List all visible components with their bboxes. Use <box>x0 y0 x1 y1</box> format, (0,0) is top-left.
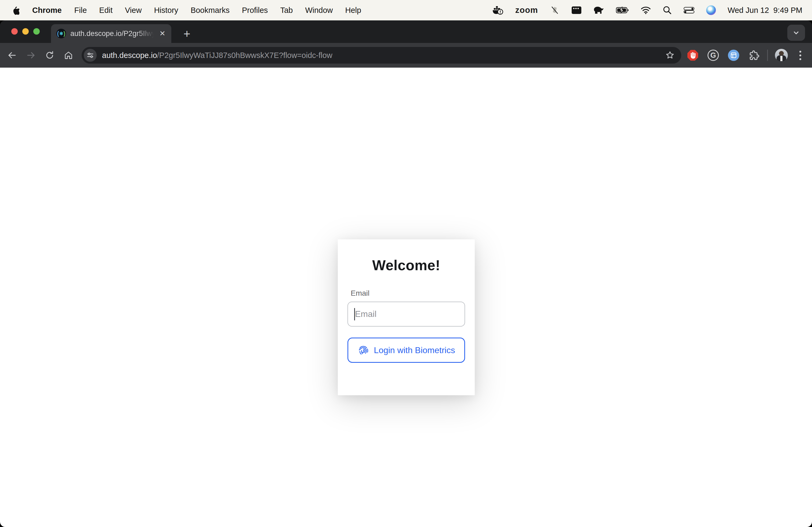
zoom-menu-item[interactable]: zoom <box>515 5 538 15</box>
menu-item-tab[interactable]: Tab <box>274 6 299 15</box>
url-text[interactable]: auth.descope.io/P2gr5IlwyWaTiJJ87s0hBwws… <box>102 51 663 60</box>
menu-item-file[interactable]: File <box>68 6 93 15</box>
forward-icon <box>26 50 36 60</box>
apple-icon <box>11 5 19 15</box>
back-button[interactable] <box>3 46 21 65</box>
spotlight-search-icon[interactable] <box>663 6 672 15</box>
login-button-label: Login with Biometrics <box>374 345 455 355</box>
email-input[interactable] <box>347 302 465 327</box>
menu-bar-status: zoom <box>492 5 802 15</box>
menu-item-edit[interactable]: Edit <box>93 6 119 15</box>
login-biometrics-button[interactable]: Login with Biometrics <box>347 337 465 363</box>
macos-menu-bar: Chrome File Edit View History Bookmarks … <box>0 0 812 20</box>
url-domain: auth.descope.io <box>102 51 157 60</box>
menu-item-bookmarks[interactable]: Bookmarks <box>185 6 236 15</box>
menu-bar-clock[interactable]: Wed Jun 12 9:49 PM <box>728 6 802 15</box>
address-bar[interactable]: auth.descope.io/P2gr5IlwyWaTiJJ87s0hBwws… <box>82 47 681 64</box>
extensions-menu-button[interactable] <box>748 49 760 61</box>
zoom-window-button[interactable] <box>33 28 40 35</box>
adblock-icon <box>687 50 698 61</box>
chrome-window: (✱) auth.descope.io/P2gr5IlwyWa ✕ + <box>0 20 812 527</box>
menu-kebab-icon <box>799 58 801 60</box>
menu-kebab-icon <box>799 51 801 52</box>
home-icon <box>64 50 73 60</box>
keyboard-window-icon[interactable] <box>571 6 582 14</box>
blue-extension-button[interactable] <box>727 49 740 61</box>
page-content: Welcome! Email <box>0 67 812 527</box>
site-settings-button[interactable] <box>84 49 97 62</box>
back-icon <box>7 50 17 60</box>
muted-app-icon[interactable] <box>550 5 560 15</box>
control-center-icon[interactable] <box>684 6 694 14</box>
chevron-down-icon <box>792 29 800 37</box>
bookmark-star-icon <box>665 50 675 60</box>
browser-toolbar: auth.descope.io/P2gr5IlwyWaTiJJ87s0hBwws… <box>0 43 812 67</box>
tab-strip: (✱) auth.descope.io/P2gr5IlwyWa ✕ + <box>0 20 812 43</box>
siri-icon[interactable] <box>706 5 716 15</box>
text-caret <box>354 308 355 320</box>
tab-search-button[interactable] <box>787 25 805 41</box>
descope-favicon: (✱) <box>56 29 66 39</box>
reload-icon <box>45 50 55 60</box>
menu-item-history[interactable]: History <box>148 6 185 15</box>
menu-item-help[interactable]: Help <box>339 6 367 15</box>
home-button[interactable] <box>59 46 78 65</box>
menu-item-view[interactable]: View <box>119 6 148 15</box>
mammoth-icon[interactable] <box>593 6 604 15</box>
welcome-heading: Welcome! <box>347 257 465 273</box>
menu-item-profiles[interactable]: Profiles <box>236 6 274 15</box>
blue-extension-icon <box>728 50 739 61</box>
active-tab[interactable]: (✱) auth.descope.io/P2gr5IlwyWa ✕ <box>51 24 171 43</box>
apple-menu[interactable] <box>10 5 26 15</box>
grammarly-icon: G <box>708 50 719 61</box>
bookmark-button[interactable] <box>663 48 677 62</box>
grammarly-extension-button[interactable]: G <box>707 49 719 61</box>
menu-item-chrome[interactable]: Chrome <box>26 6 68 15</box>
new-tab-button[interactable]: + <box>179 26 194 41</box>
menu-bar-left: Chrome File Edit View History Bookmarks … <box>10 5 367 15</box>
adblock-extension-button[interactable] <box>686 49 699 61</box>
toolbar-divider <box>767 50 768 61</box>
traffic-lights <box>11 28 40 35</box>
extensions-area: G <box>686 49 760 61</box>
extensions-puzzle-icon <box>748 50 760 61</box>
profile-avatar[interactable] <box>775 49 788 62</box>
url-path: /P2gr5IlwyWaTiJJ87s0hBwwskX7E?flow=oidc-… <box>157 51 332 60</box>
tab-title: auth.descope.io/P2gr5IlwyWa <box>70 30 156 38</box>
email-label: Email <box>351 289 465 298</box>
battery-charging-icon[interactable] <box>616 7 629 14</box>
site-settings-tune-icon <box>86 51 94 59</box>
tab-close-icon[interactable]: ✕ <box>158 29 166 39</box>
fingerprint-icon <box>358 344 369 356</box>
docker-status-icon[interactable] <box>492 5 504 15</box>
close-window-button[interactable] <box>11 28 18 35</box>
login-card: Welcome! Email <box>338 239 475 395</box>
wifi-icon[interactable] <box>641 6 651 14</box>
menu-kebab-icon <box>799 55 801 56</box>
reload-button[interactable] <box>40 46 59 65</box>
chrome-menu-button[interactable] <box>795 51 806 60</box>
menu-item-window[interactable]: Window <box>299 6 339 15</box>
forward-button[interactable] <box>21 46 40 65</box>
screen: Chrome File Edit View History Bookmarks … <box>0 0 812 527</box>
avatar-shirt <box>780 56 782 61</box>
email-input-wrap <box>347 302 465 327</box>
minimize-window-button[interactable] <box>22 28 29 35</box>
